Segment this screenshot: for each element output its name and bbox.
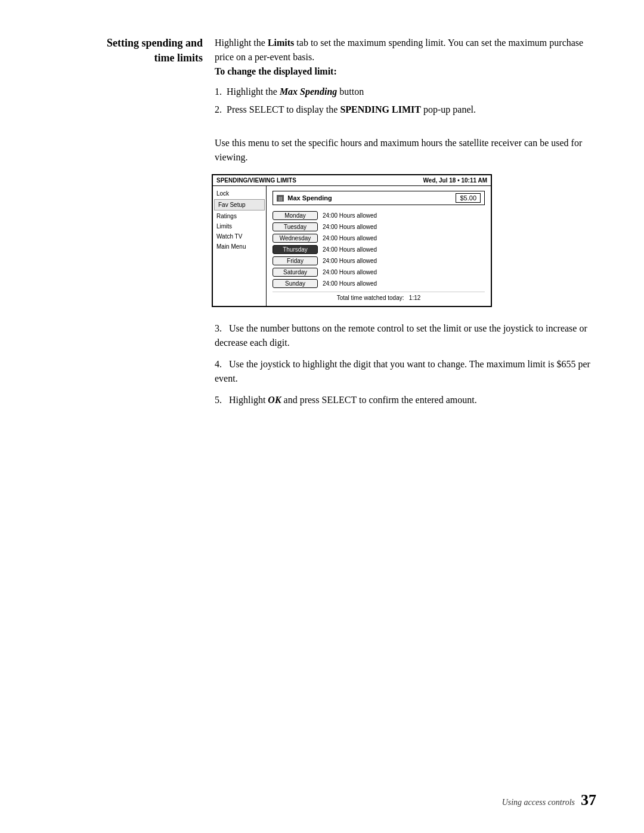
tv-nav: Lock Fav Setup Ratings Limits Watch TV M… xyxy=(213,186,267,306)
day-hours-sunday: 24:00 Hours allowed xyxy=(323,280,377,287)
ui-datetime: Wed, Jul 18 • 10:11 AM xyxy=(423,177,487,184)
header-section: Setting spending and time limits Highlig… xyxy=(48,36,596,125)
total-value: 1:12 xyxy=(409,295,420,301)
steps-list: 1.Highlight the Max Spending button 2.Pr… xyxy=(215,85,596,117)
day-hours-monday: 24:00 Hours allowed xyxy=(323,212,377,219)
day-hours-thursday: 24:00 Hours allowed xyxy=(323,246,377,253)
total-label: Total time watched today: xyxy=(337,295,404,301)
day-row: Wednesday24:00 Hours allowed xyxy=(273,234,485,243)
day-hours-saturday: 24:00 Hours allowed xyxy=(323,269,377,275)
day-row: Saturday24:00 Hours allowed xyxy=(273,268,485,277)
max-spending-value: $5.00 xyxy=(456,193,481,203)
header-right: Highlight the Limits tab to set the maxi… xyxy=(215,36,596,125)
day-row: Friday24:00 Hours allowed xyxy=(273,256,485,265)
header-intro-text: Highlight the Limits tab to set the maxi… xyxy=(215,36,596,64)
nav-item-lock[interactable]: Lock xyxy=(213,188,266,199)
footer-text: Using access controls xyxy=(502,798,575,807)
nav-item-ratings[interactable]: Ratings xyxy=(213,211,266,221)
day-button-saturday[interactable]: Saturday xyxy=(273,268,318,277)
tv-ui-header: SPENDING/VIEWING LIMITS Wed, Jul 18 • 10… xyxy=(213,175,491,186)
nav-item-watchtv[interactable]: Watch TV xyxy=(213,231,266,241)
max-spending-label: Max Spending xyxy=(287,194,456,202)
sub-heading: To change the displayed limit: xyxy=(215,64,596,79)
total-row: Total time watched today: 1:12 xyxy=(273,292,485,301)
section-heading: Setting spending and time limits xyxy=(48,36,203,66)
page-footer: Using access controls 37 xyxy=(48,791,596,809)
max-spending-icon: ||| xyxy=(277,195,284,202)
max-spending-row: ||| Max Spending $5.00 xyxy=(273,191,485,205)
day-row: Sunday24:00 Hours allowed xyxy=(273,279,485,288)
day-hours-tuesday: 24:00 Hours allowed xyxy=(323,224,377,230)
ui-title: SPENDING/VIEWING LIMITS xyxy=(216,177,296,184)
day-hours-friday: 24:00 Hours allowed xyxy=(323,258,377,264)
page-content: Setting spending and time limits Highlig… xyxy=(0,0,644,463)
tv-content: ||| Max Spending $5.00 Monday24:00 Hours… xyxy=(267,186,491,306)
day-button-friday[interactable]: Friday xyxy=(273,256,318,265)
day-button-sunday[interactable]: Sunday xyxy=(273,279,318,288)
nav-item-limits[interactable]: Limits xyxy=(213,221,266,231)
day-row: Thursday24:00 Hours allowed xyxy=(273,245,485,254)
nav-item-favsetup[interactable]: Fav Setup xyxy=(214,199,265,210)
header-left: Setting spending and time limits xyxy=(48,36,215,125)
step-2: 2.Press SELECT to display the SPENDING L… xyxy=(215,103,596,117)
day-button-thursday[interactable]: Thursday xyxy=(273,245,318,254)
day-hours-wednesday: 24:00 Hours allowed xyxy=(323,235,377,241)
step-5: 5. Highlight OK and press SELECT to conf… xyxy=(215,393,596,407)
step-1: 1.Highlight the Max Spending button xyxy=(215,85,596,99)
intro-paragraph: Use this menu to set the specific hours … xyxy=(215,136,596,165)
tv-ui-panel: SPENDING/VIEWING LIMITS Wed, Jul 18 • 10… xyxy=(212,174,492,307)
footer-page-number: 37 xyxy=(581,791,596,809)
days-list: Monday24:00 Hours allowedTuesday24:00 Ho… xyxy=(273,211,485,288)
day-button-monday[interactable]: Monday xyxy=(273,211,318,220)
ui-diagram-wrapper: SPENDING/VIEWING LIMITS Wed, Jul 18 • 10… xyxy=(107,174,596,307)
day-row: Monday24:00 Hours allowed xyxy=(273,211,485,220)
day-button-wednesday[interactable]: Wednesday xyxy=(273,234,318,243)
after-diagram: 3. Use the number buttons on the remote … xyxy=(215,321,596,407)
tv-ui-body: Lock Fav Setup Ratings Limits Watch TV M… xyxy=(213,186,491,306)
step-4: 4. Use the joystick to highlight the dig… xyxy=(215,357,596,386)
nav-item-mainmenu[interactable]: Main Menu xyxy=(213,241,266,252)
step-3: 3. Use the number buttons on the remote … xyxy=(215,321,596,350)
day-row: Tuesday24:00 Hours allowed xyxy=(273,222,485,231)
day-button-tuesday[interactable]: Tuesday xyxy=(273,222,318,231)
